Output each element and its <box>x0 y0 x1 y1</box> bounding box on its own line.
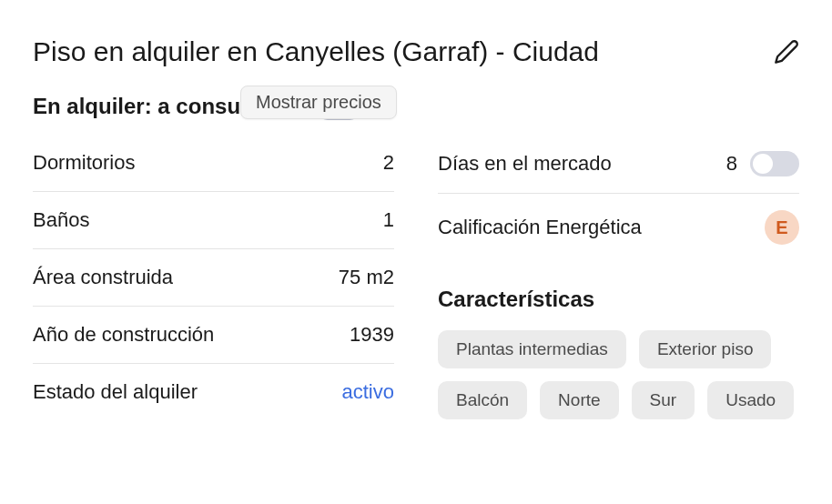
left-column: Dormitorios 2 Baños 1 Área construida 75… <box>33 151 394 420</box>
stat-label: Estado del alquiler <box>33 380 198 404</box>
stat-value: 1939 <box>350 323 394 347</box>
stat-label: Calificación Energética <box>438 216 642 239</box>
stat-row-energy: Calificación Energética E <box>438 194 799 261</box>
toggle-knob <box>753 154 773 174</box>
stat-row-days: Días en el mercado 8 <box>438 151 799 194</box>
stat-label: Área construida <box>33 266 173 289</box>
stat-row-bedrooms: Dormitorios 2 <box>33 151 394 192</box>
stat-label: Año de construcción <box>33 323 214 347</box>
right-column: Días en el mercado 8 Calificación Energé… <box>438 151 799 420</box>
stat-value: 1 <box>383 208 394 232</box>
stat-value: 2 <box>383 151 394 175</box>
feature-tag: Norte <box>540 381 618 419</box>
page-title: Piso en alquiler en Canyelles (Garraf) -… <box>33 36 599 67</box>
stat-label: Baños <box>33 208 89 232</box>
feature-tag: Balcón <box>438 381 527 419</box>
status-link[interactable]: activo <box>342 380 394 404</box>
stat-label: Días en el mercado <box>438 152 612 176</box>
feature-tag: Exterior piso <box>639 330 772 368</box>
price-row: En alquiler: a consultar/m <box>33 93 799 120</box>
stat-value: 75 m2 <box>339 266 394 289</box>
stat-row-year: Año de construcción 1939 <box>33 307 394 364</box>
feature-tag: Sur <box>632 381 695 419</box>
page-header: Piso en alquiler en Canyelles (Garraf) -… <box>33 36 799 67</box>
stat-row-status: Estado del alquiler activo <box>33 364 394 420</box>
columns: Dormitorios 2 Baños 1 Área construida 75… <box>33 151 799 420</box>
feature-tag: Usado <box>707 381 794 419</box>
edit-icon[interactable] <box>774 39 799 65</box>
tooltip-show-prices: Mostrar precios <box>240 86 397 119</box>
stat-row-area: Área construida 75 m2 <box>33 249 394 307</box>
stat-value-group: 8 <box>726 151 799 176</box>
feature-tag: Plantas intermedias <box>438 330 626 368</box>
stat-value: 8 <box>726 152 737 176</box>
energy-badge: E <box>765 210 799 245</box>
days-toggle[interactable] <box>750 151 799 176</box>
feature-tags: Plantas intermedias Exterior piso Balcón… <box>438 330 799 419</box>
features-title: Características <box>438 287 799 312</box>
stat-row-baths: Baños 1 <box>33 192 394 249</box>
stat-label: Dormitorios <box>33 151 135 175</box>
